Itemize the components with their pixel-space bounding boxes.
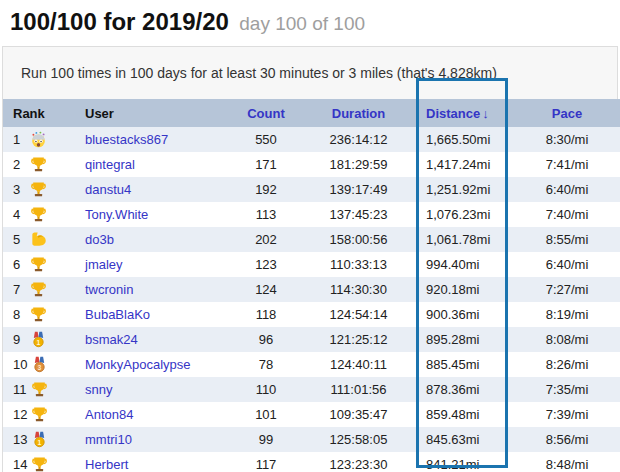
- gold-medal-icon: 1: [30, 331, 47, 348]
- leaderboard-table: Rank User Count Duration Distance↓ Pace …: [3, 99, 620, 472]
- user-link[interactable]: twcronin: [85, 282, 133, 297]
- user-link[interactable]: BubaBlaKo: [85, 307, 150, 322]
- rank-value: 6: [13, 257, 26, 272]
- distance-value: 1,417.24mi: [416, 152, 511, 177]
- duration-value: 125:58:05: [301, 427, 416, 452]
- trophy-icon: [31, 456, 48, 472]
- svg-text:1: 1: [38, 439, 42, 446]
- duration-value: 181:29:59: [301, 152, 416, 177]
- trophy-icon: [30, 206, 47, 223]
- user-link[interactable]: mmtri10: [85, 432, 132, 447]
- user-link[interactable]: Anton84: [85, 407, 133, 422]
- gold-medal-icon: 1: [31, 431, 48, 448]
- rank-value: 10: [13, 357, 27, 372]
- count-value: 78: [231, 352, 301, 377]
- table-row: 5 do3b202158:00:561,061.78mi8:55/mi: [3, 227, 620, 252]
- user-link[interactable]: snny: [85, 382, 112, 397]
- page-header: 100/100 for 2019/20 day 100 of 100: [0, 0, 620, 42]
- distance-value: 1,251.92mi: [416, 177, 511, 202]
- count-value: 117: [231, 452, 301, 472]
- user-link[interactable]: jmaley: [85, 257, 123, 272]
- trophy-icon: [31, 381, 48, 398]
- distance-value: 900.36mi: [416, 302, 511, 327]
- user-link[interactable]: bsmak24: [85, 332, 138, 347]
- trophy-icon: [30, 281, 47, 298]
- duration-value: 158:00:56: [301, 227, 416, 252]
- duration-value: 109:35:47: [301, 402, 416, 427]
- count-value: 202: [231, 227, 301, 252]
- count-value: 99: [231, 427, 301, 452]
- distance-value: 859.48mi: [416, 402, 511, 427]
- user-link[interactable]: Tony.White: [85, 207, 148, 222]
- sort-descending-icon: ↓: [482, 106, 489, 121]
- duration-value: 139:17:49: [301, 177, 416, 202]
- table-row: 7 twcronin124114:30:30920.18mi7:27/mi: [3, 277, 620, 302]
- count-value: 124: [231, 277, 301, 302]
- count-value: 113: [231, 202, 301, 227]
- table-row: 12 Anton84101109:35:47859.48mi7:39/mi: [3, 402, 620, 427]
- rank-value: 9: [13, 332, 26, 347]
- distance-value: 878.36mi: [416, 377, 511, 402]
- distance-value: 895.28mi: [416, 327, 511, 352]
- pace-value: 8:55/mi: [511, 227, 620, 252]
- duration-value: 121:25:12: [301, 327, 416, 352]
- column-header-distance[interactable]: Distance↓: [416, 99, 511, 127]
- distance-value: 885.45mi: [416, 352, 511, 377]
- exploding-head-icon: [30, 131, 47, 148]
- user-link[interactable]: bluestacks867: [85, 132, 168, 147]
- table-row: 6 jmaley123110:33:13994.40mi6:40/mi: [3, 252, 620, 277]
- pace-value: 7:39/mi: [511, 402, 620, 427]
- table-row: 3 danstu4192139:17:491,251.92mi6:40/mi: [3, 177, 620, 202]
- distance-value: 845.63mi: [416, 427, 511, 452]
- table-row: 8 BubaBlaKo118124:54:14900.36mi8:19/mi: [3, 302, 620, 327]
- rank-value: 2: [13, 157, 26, 172]
- count-value: 192: [231, 177, 301, 202]
- duration-value: 111:01:56: [301, 377, 416, 402]
- page-title: 100/100 for 2019/20: [10, 8, 229, 35]
- rank-value: 4: [13, 207, 26, 222]
- leaderboard-panel: Run 100 times in 100 days for at least 3…: [2, 46, 618, 472]
- rank-value: 14: [13, 457, 27, 472]
- trophy-icon: [30, 156, 47, 173]
- rank-value: 12: [13, 407, 27, 422]
- bronze-medal-icon: 3: [31, 356, 48, 373]
- pace-value: 8:30/mi: [511, 127, 620, 152]
- column-header-user: User: [81, 99, 231, 127]
- duration-value: 123:23:30: [301, 452, 416, 472]
- duration-value: 114:30:30: [301, 277, 416, 302]
- user-link[interactable]: do3b: [85, 232, 114, 247]
- pace-value: 6:40/mi: [511, 177, 620, 202]
- column-header-count[interactable]: Count: [231, 99, 301, 127]
- column-header-duration[interactable]: Duration: [301, 99, 416, 127]
- pace-value: 7:40/mi: [511, 202, 620, 227]
- column-header-pace[interactable]: Pace: [511, 99, 620, 127]
- user-link[interactable]: Herbert: [85, 457, 128, 472]
- pace-value: 8:56/mi: [511, 427, 620, 452]
- count-value: 171: [231, 152, 301, 177]
- table-row: 11 snny110111:01:56878.36mi7:35/mi: [3, 377, 620, 402]
- pace-value: 6:40/mi: [511, 252, 620, 277]
- duration-value: 124:54:14: [301, 302, 416, 327]
- user-link[interactable]: qintegral: [85, 157, 135, 172]
- pace-value: 8:26/mi: [511, 352, 620, 377]
- trophy-icon: [30, 256, 47, 273]
- flexed-biceps-icon: [30, 231, 47, 248]
- count-value: 110: [231, 377, 301, 402]
- challenge-description: Run 100 times in 100 days for at least 3…: [3, 47, 617, 99]
- count-value: 96: [231, 327, 301, 352]
- table-row: 2 qintegral171181:29:591,417.24mi7:41/mi: [3, 152, 620, 177]
- trophy-icon: [31, 406, 48, 423]
- count-value: 101: [231, 402, 301, 427]
- rank-value: 7: [13, 282, 26, 297]
- svg-text:3: 3: [38, 364, 42, 371]
- distance-value: 1,076.23mi: [416, 202, 511, 227]
- rank-value: 8: [13, 307, 26, 322]
- page-subtitle: day 100 of 100: [239, 13, 365, 34]
- duration-value: 137:45:23: [301, 202, 416, 227]
- user-link[interactable]: MonkyApocalypse: [85, 357, 191, 372]
- table-row: 10 3 MonkyApocalypse78124:40:11885.45mi8…: [3, 352, 620, 377]
- column-header-rank: Rank: [3, 99, 81, 127]
- table-row: 4 Tony.White113137:45:231,076.23mi7:40/m…: [3, 202, 620, 227]
- count-value: 118: [231, 302, 301, 327]
- user-link[interactable]: danstu4: [85, 182, 131, 197]
